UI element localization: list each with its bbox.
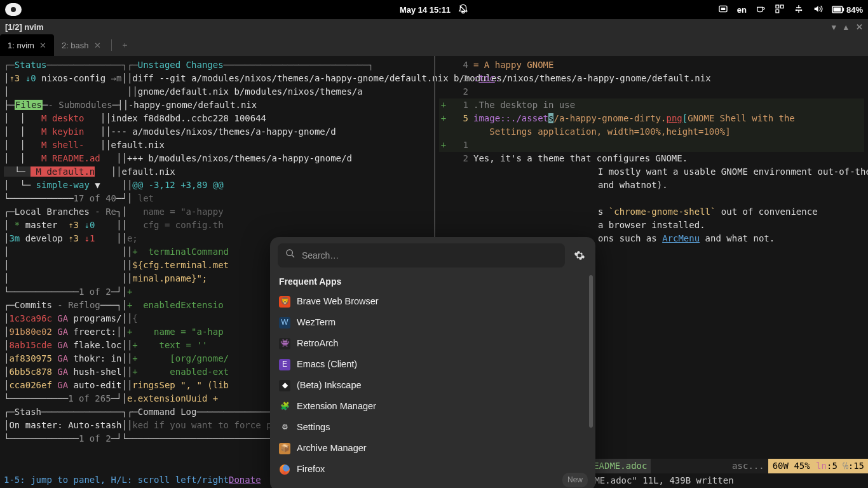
window-close-icon[interactable]: ✕ — [856, 22, 863, 32]
editor-line[interactable]: +5image::./assets/a-happy-gnome-dirty.pn… — [439, 112, 864, 125]
app-label: Archive Manager — [297, 442, 367, 455]
svg-rect-11 — [843, 8, 844, 11]
activities-pill[interactable] — [5, 3, 22, 16]
volume-icon[interactable] — [813, 4, 823, 16]
app-icon: 🦁 — [279, 296, 290, 308]
editor-line[interactable]: a browser installed. — [439, 219, 864, 232]
app-item[interactable]: 👾RetroArch — [274, 333, 592, 354]
file-row[interactable]: └─ M default.n ││efault.nix — [4, 165, 430, 179]
hint-text: 1-5: jump to panel, H/L: scroll left/rig… — [4, 475, 229, 485]
app-icon: W — [279, 317, 290, 329]
new-badge: New — [562, 473, 588, 487]
editor-line[interactable]: +1.The desktop in use — [439, 98, 864, 112]
svg-rect-4 — [780, 5, 783, 8]
search-input[interactable]: Search… — [278, 243, 565, 268]
app-item[interactable]: 🦁Brave Web Browser — [274, 291, 592, 312]
battery-icon[interactable]: 84% — [832, 5, 863, 15]
tab-bash[interactable]: 2: bash ✕ — [54, 34, 109, 56]
clock[interactable]: May 14 15:11 — [400, 5, 451, 15]
svg-point-6 — [798, 6, 800, 8]
caffeine-icon[interactable] — [756, 4, 766, 16]
app-item[interactable]: EEmacs (Client) — [274, 354, 592, 375]
app-label: Emacs (Client) — [297, 358, 357, 371]
dnd-icon[interactable] — [458, 4, 468, 16]
editor-line[interactable]: and whatnot). — [439, 179, 864, 192]
file-row[interactable]: │ │ M README.ad ││+++ b/modules/nixos/th… — [4, 152, 430, 165]
editor-line[interactable]: 2 — [439, 85, 864, 98]
window-titlebar[interactable]: [1/2] nvim ▾ ▴ ✕ — [0, 19, 868, 34]
editor-line[interactable]: s `chrome-gnome-shell` out of convenienc… — [439, 205, 864, 219]
file-row[interactable]: │ │ M shell- ││efault.nix — [4, 139, 430, 152]
workspace-icon[interactable] — [775, 4, 785, 16]
editor-line[interactable]: I mostly want a usable GNOME environment… — [439, 165, 864, 179]
app-icon: 📦 — [279, 443, 290, 454]
scrollbar[interactable] — [589, 275, 593, 428]
app-label: Extension Manager — [297, 400, 376, 413]
app-icon: 🧩 — [279, 401, 290, 412]
file-row[interactable]: │ │ M deskto ││index f8d8dbd..ccbc228 10… — [4, 112, 430, 125]
app-item[interactable]: Firefox — [274, 459, 592, 480]
file-row[interactable]: │ │ M keybin ││--- a/modules/nixos/theme… — [4, 125, 430, 139]
close-icon[interactable]: ✕ — [94, 41, 101, 50]
app-icon: ◆ — [279, 380, 290, 391]
app-item[interactable]: ◆(Beta) Inkscape — [274, 375, 592, 396]
app-icon — [279, 464, 290, 475]
gnome-top-bar: May 14 15:11 en 84% — [0, 0, 868, 19]
editor-line[interactable]: 3:toc: — [439, 72, 864, 85]
editor-line[interactable]: 2Yes, it's a theme that configures GNOME… — [439, 152, 864, 165]
svg-rect-10 — [833, 8, 841, 12]
svg-point-0 — [11, 7, 16, 12]
editor-line[interactable] — [439, 192, 864, 205]
svg-rect-2 — [721, 8, 725, 10]
svg-point-7 — [796, 9, 797, 11]
language-indicator[interactable]: en — [737, 5, 747, 15]
editor-line[interactable]: +1 — [439, 139, 864, 152]
window-maximize-icon[interactable]: ▴ — [844, 22, 848, 32]
app-icon: E — [279, 359, 290, 370]
network-icon[interactable] — [794, 4, 804, 16]
app-icon: 👾 — [279, 338, 290, 349]
app-label: Firefox — [297, 463, 325, 476]
svg-rect-3 — [776, 5, 779, 8]
app-label: Settings — [297, 421, 330, 434]
window-title: [1/2] nvim — [5, 22, 44, 32]
app-item[interactable]: ⚙Settings — [274, 417, 592, 438]
app-item[interactable]: 🧩Extension Manager — [274, 396, 592, 417]
tab-nvim[interactable]: 1: nvim ✕ — [0, 34, 54, 56]
app-label: RetroArch — [297, 337, 338, 350]
screenshot-icon[interactable] — [718, 4, 728, 16]
settings-button[interactable] — [571, 247, 588, 264]
editor-line[interactable]: Settings application, width=100%,height=… — [439, 125, 864, 139]
window-minimize-icon[interactable]: ▾ — [832, 22, 836, 32]
app-item[interactable]: 📦Archive Manager — [274, 438, 592, 459]
search-icon — [285, 248, 295, 262]
app-label: Brave Web Browser — [297, 295, 379, 308]
svg-point-8 — [801, 9, 803, 11]
svg-rect-5 — [776, 10, 779, 13]
arcmenu-search-overlay: Search… Frequent Apps 🦁Brave Web Browser… — [270, 237, 595, 488]
terminal-tab-bar: 1: nvim ✕ 2: bash ✕ ＋ — [0, 34, 868, 56]
new-tab-button[interactable]: ＋ — [114, 34, 135, 56]
donate-link[interactable]: Donate — [229, 475, 261, 485]
editor-line[interactable]: 4= A happy GNOME — [439, 58, 864, 72]
section-header: Frequent Apps — [270, 273, 595, 290]
app-label: (Beta) Inkscape — [297, 379, 362, 392]
app-label: WezTerm — [297, 316, 336, 329]
svg-point-12 — [287, 250, 292, 255]
close-icon[interactable]: ✕ — [39, 41, 46, 50]
app-icon: ⚙ — [279, 422, 290, 433]
app-item[interactable]: WWezTerm — [274, 312, 592, 333]
